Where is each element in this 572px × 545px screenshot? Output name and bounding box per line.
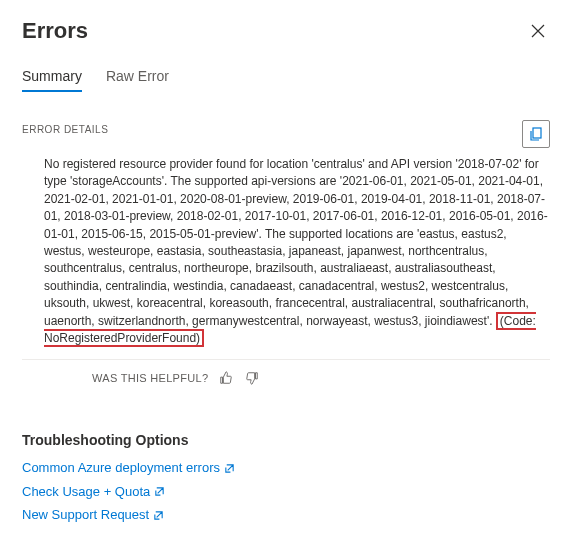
troubleshooting-heading: Troubleshooting Options [22, 432, 550, 448]
troubleshooting-section: Troubleshooting Options Common Azure dep… [22, 432, 550, 525]
error-details-label: ERROR DETAILS [22, 124, 108, 135]
thumbs-down-button[interactable] [244, 370, 260, 386]
close-button[interactable] [526, 19, 550, 43]
page-title: Errors [22, 18, 88, 44]
tab-bar: Summary Raw Error [22, 68, 550, 92]
thumbs-up-button[interactable] [218, 370, 234, 386]
link-common-errors-label: Common Azure deployment errors [22, 458, 220, 478]
external-link-icon [154, 486, 165, 497]
tab-summary[interactable]: Summary [22, 68, 82, 92]
close-icon [531, 24, 545, 38]
tab-raw-error[interactable]: Raw Error [106, 68, 169, 92]
error-message-text: No registered resource provider found fo… [44, 157, 548, 328]
link-common-errors[interactable]: Common Azure deployment errors [22, 458, 550, 478]
thumbs-down-icon [245, 371, 259, 385]
copy-button[interactable] [522, 120, 550, 148]
link-check-quota[interactable]: Check Usage + Quota [22, 482, 550, 502]
copy-icon [529, 127, 543, 141]
thumbs-up-icon [219, 371, 233, 385]
helpful-label: WAS THIS HELPFUL? [92, 372, 208, 384]
link-new-support-request-label: New Support Request [22, 505, 149, 525]
link-new-support-request[interactable]: New Support Request [22, 505, 550, 525]
svg-rect-0 [533, 128, 541, 138]
error-message: No registered resource provider found fo… [22, 154, 550, 360]
external-link-icon [224, 463, 235, 474]
link-check-quota-label: Check Usage + Quota [22, 482, 150, 502]
external-link-icon [153, 510, 164, 521]
helpful-prompt: WAS THIS HELPFUL? [22, 360, 550, 396]
